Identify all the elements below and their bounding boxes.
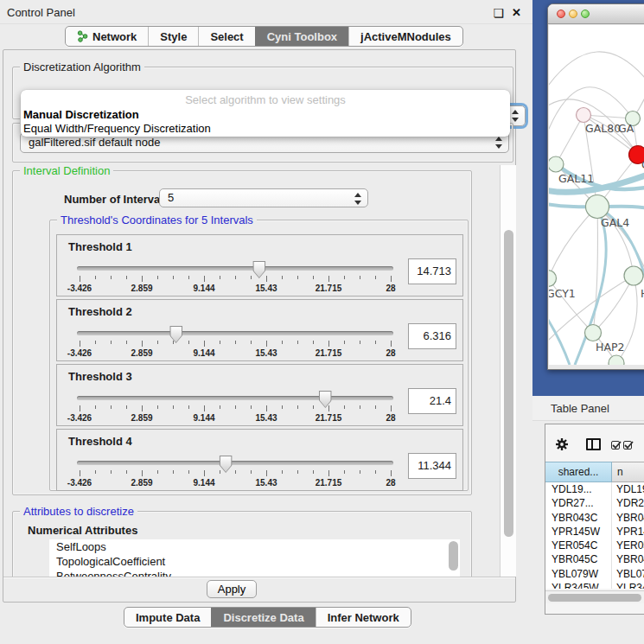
attribute-list-item[interactable]: BetweennessCentrality (49, 569, 460, 577)
attributes-group-title: Attributes to discretize (20, 505, 137, 518)
table-row[interactable]: YBL079WYBL079W (545, 567, 644, 581)
cell-name[interactable]: YDL19... (612, 482, 644, 496)
tick (173, 341, 174, 344)
column-header-name[interactable]: n (612, 462, 644, 482)
network-node-hap2[interactable] (585, 325, 602, 341)
checkbox-icon[interactable] (623, 441, 632, 450)
cell-shared-name[interactable]: YDR27... (545, 496, 612, 510)
table-row[interactable]: YER054CYER054C (545, 539, 644, 552)
columns-icon[interactable] (586, 438, 601, 450)
table-row[interactable]: YPR145WYPR145W (545, 525, 644, 539)
threshold-slider[interactable]: -3.4262.8599.14415.4321.71528 (80, 235, 391, 297)
column-header-shared-name[interactable]: shared... (545, 462, 612, 482)
threshold-value-field[interactable]: 6.316 (408, 323, 456, 349)
tick-label: 9.144 (193, 413, 214, 423)
list-scrollbar[interactable] (449, 541, 458, 571)
threshold-value-field[interactable]: 21.4 (408, 388, 456, 414)
tick (266, 341, 267, 347)
close-traffic-light-icon[interactable] (557, 10, 565, 18)
slider-thumb[interactable] (169, 326, 182, 343)
tick (328, 276, 329, 282)
cell-shared-name[interactable]: YLR345W (545, 581, 612, 589)
table-row[interactable]: YLR345WYLR345W (545, 581, 644, 589)
cell-shared-name[interactable]: YPR145W (545, 525, 612, 539)
threshold-slider[interactable]: -3.4262.8599.14415.4321.71528 (80, 300, 391, 362)
network-node[interactable] (609, 355, 624, 365)
table-row[interactable]: YBR043CYBR043C (545, 511, 644, 525)
num-intervals-combo[interactable]: 5 (159, 188, 368, 207)
table-row[interactable]: YDR27...YDR27... (545, 496, 644, 510)
cell-name[interactable]: YBR043C (612, 511, 644, 525)
cell-name[interactable]: YER054C (612, 539, 644, 552)
threshold-value-field[interactable]: 14.713 (408, 258, 456, 284)
network-node-gal4[interactable] (586, 195, 609, 219)
cell-name[interactable]: YPR145W (612, 525, 644, 539)
cell-name[interactable]: YLR345W (612, 581, 644, 589)
tick (157, 341, 158, 344)
tick (266, 405, 267, 411)
cell-name[interactable]: YBR045C (612, 552, 644, 566)
tick-label: 9.144 (193, 478, 214, 488)
panel-scrollbar[interactable] (500, 165, 516, 577)
node-label: GAL11 (558, 172, 594, 185)
close-icon[interactable]: ✕ (512, 6, 521, 19)
minimize-traffic-light-icon[interactable] (569, 10, 577, 18)
threshold-4-box: Threshold 4-3.4262.8599.14415.4321.71528… (56, 429, 463, 491)
zoom-traffic-light-icon[interactable] (581, 10, 590, 18)
attribute-list-item[interactable]: TopologicalCoefficient (49, 554, 460, 569)
gear-icon[interactable] (555, 437, 569, 451)
panel-scrollbar-thumb[interactable] (504, 230, 513, 537)
cell-shared-name[interactable]: YBL079W (545, 567, 612, 581)
attribute-list-item[interactable]: SelfLoops (49, 539, 460, 554)
tab-select[interactable]: Select (198, 27, 254, 46)
slider-thumb[interactable] (319, 391, 332, 408)
network-node-h[interactable] (624, 266, 643, 285)
table-horizontal-scrollbar[interactable] (545, 590, 644, 603)
network-window-titlebar[interactable] (548, 4, 644, 24)
tick-label: 28 (386, 478, 395, 488)
tick-label: -3.426 (67, 413, 92, 423)
tab-style[interactable]: Style (148, 27, 198, 46)
cell-shared-name[interactable]: YER054C (545, 539, 612, 552)
tab-jactivemnodules[interactable]: jActiveMNodules (348, 27, 462, 46)
tick (220, 341, 220, 344)
tab-cyni-toolbox[interactable]: Cyni Toolbox (255, 27, 348, 46)
tab-infer-network[interactable]: Infer Network (316, 608, 411, 627)
tick-label: 15.43 (255, 413, 277, 423)
threshold-slider[interactable]: -3.4262.8599.14415.4321.71528 (80, 365, 391, 427)
table-row[interactable]: YDL19...YDL19... (545, 482, 644, 496)
network-node-gal80[interactable] (577, 108, 591, 123)
network-node-gal11[interactable] (549, 156, 564, 172)
slider-track[interactable] (77, 396, 393, 400)
slider-track[interactable] (77, 331, 393, 335)
cell-shared-name[interactable]: YBR043C (545, 511, 612, 525)
tick-label: 2.859 (131, 284, 152, 293)
cell-shared-name[interactable]: YDL19... (545, 482, 612, 496)
float-window-icon[interactable]: ❏ (493, 6, 504, 20)
network-node-gcy1[interactable] (549, 271, 557, 287)
threshold-slider[interactable]: -3.4262.8599.14415.4321.71528 (80, 430, 391, 492)
tab-discretize-data[interactable]: Discretize Data (211, 608, 315, 627)
cell-shared-name[interactable]: YBR045C (545, 552, 612, 566)
scrollbar-thumb[interactable] (548, 594, 641, 602)
tick (80, 405, 80, 411)
tick (204, 470, 205, 476)
algorithm-option-manual[interactable]: Manual Discretization (23, 108, 139, 121)
slider-track[interactable] (77, 266, 393, 271)
tick (251, 470, 252, 474)
tab-impute-data[interactable]: Impute Data (124, 608, 211, 627)
algorithm-option-equal-width[interactable]: Equal Width/Frequency Discretization (23, 122, 211, 135)
table-row[interactable]: YBR045CYBR045C (545, 552, 644, 566)
slider-track[interactable] (77, 461, 393, 465)
checkbox-icon[interactable] (611, 441, 620, 450)
tab-network[interactable]: Network (66, 27, 148, 46)
network-canvas[interactable]: GAL80GACGAL11GAL4GCY1HHAP2 (549, 25, 644, 365)
tick (157, 405, 158, 409)
slider-thumb[interactable] (220, 456, 233, 473)
threshold-value-field[interactable]: 11.344 (408, 453, 456, 479)
cell-name[interactable]: YBL079W (612, 567, 644, 581)
apply-button[interactable]: Apply (207, 580, 257, 598)
tick (220, 276, 220, 279)
slider-thumb[interactable] (252, 261, 265, 278)
cell-name[interactable]: YDR27... (612, 496, 644, 510)
